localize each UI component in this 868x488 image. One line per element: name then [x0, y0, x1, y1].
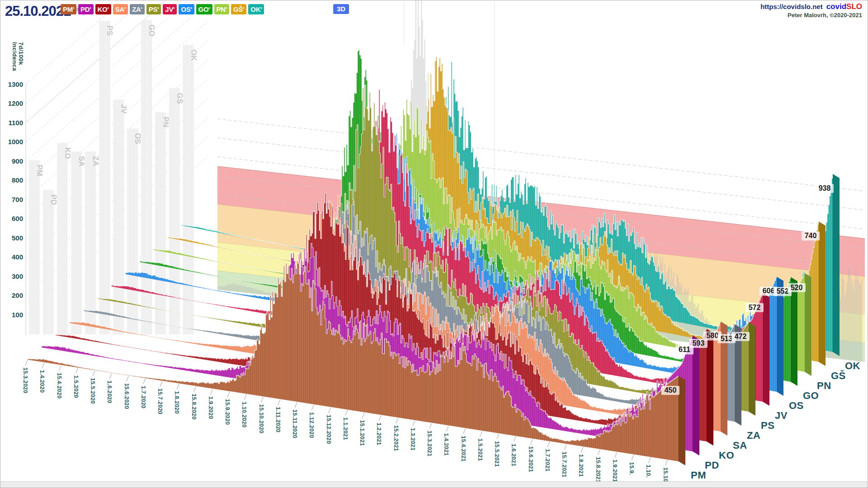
x-tick: [615, 452, 617, 458]
legend-button-JV[interactable]: JV*: [163, 4, 177, 14]
region-label-PM: PM: [691, 469, 706, 481]
covidslo-3d-page: 1002003004005006007008009001000110012001…: [0, 0, 868, 488]
x-tick-label: 15.12.2020: [326, 415, 332, 444]
legend-button-GO[interactable]: GO*: [196, 4, 212, 14]
legend-button-KO[interactable]: KO*: [95, 4, 111, 14]
ghost-bar-label-PD: PD: [49, 194, 58, 205]
x-tick: [227, 392, 230, 397]
x-tick: [25, 360, 28, 366]
x-tick: [311, 405, 314, 410]
y-tick-label: 1100: [8, 119, 23, 127]
region-label-SA: SA: [733, 440, 747, 451]
y-tick-label: 900: [12, 157, 23, 165]
x-tick: [278, 399, 280, 405]
x-tick: [211, 389, 213, 394]
region-label-OK: OK: [845, 360, 860, 371]
author-credit: Peter Malovrh, ©2020-2021: [760, 11, 862, 19]
x-tick-label: 1.11.2020: [275, 407, 281, 432]
ghost-max-bar-GO: [141, 20, 152, 334]
x-tick: [295, 402, 297, 408]
ghost-bar-label-PN: PN: [161, 117, 170, 127]
ghost-bar-label-GO: GO: [147, 24, 156, 36]
x-tick: [329, 408, 331, 413]
y-tick-label: 1000: [8, 138, 23, 145]
chart-canvas[interactable]: 1002003004005006007008009001000110012001…: [0, 0, 868, 488]
x-tick-label: 15.11.2020: [292, 409, 298, 438]
site-url-link[interactable]: https://covidslo.net: [760, 3, 823, 10]
final-value-PM: 450: [665, 386, 677, 394]
x-tick-label: 1.5.2021: [477, 438, 483, 461]
final-value-PS: 472: [735, 333, 747, 340]
y-axis-title-line1: 7d/100k: [18, 42, 24, 65]
final-value-OS: 606: [763, 287, 775, 295]
legend-button-PM[interactable]: PM*: [61, 4, 76, 14]
x-tick: [564, 444, 566, 450]
x-tick: [648, 457, 651, 463]
x-tick: [42, 363, 44, 368]
x-tick: [160, 381, 162, 387]
legend-button-ZA[interactable]: ZA*: [130, 4, 145, 14]
x-tick: [261, 397, 264, 402]
legend-button-SA[interactable]: SA*: [113, 4, 128, 14]
y-tick-label: 200: [12, 291, 23, 299]
ridge-endface-GO: [791, 277, 797, 386]
legend-button-PD[interactable]: PD*: [78, 4, 93, 14]
ridge-endface-PN: [805, 273, 811, 376]
ridge-endface-KO: [707, 329, 713, 446]
x-tick: [194, 386, 196, 392]
x-tick-label: 15.6.2021: [528, 446, 534, 472]
x-tick: [429, 423, 432, 429]
x-tick: [480, 431, 482, 436]
legend-button-OK[interactable]: OK*: [248, 4, 264, 14]
ghost-max-bar-PN: [155, 112, 166, 334]
ghost-bar-label-KO: KO: [63, 147, 72, 159]
x-tick-label: 15.9.: [628, 462, 635, 475]
ghost-bar-label-JV: JV: [119, 104, 128, 114]
y-tick-label: 1300: [8, 80, 23, 88]
y-tick-label: 700: [12, 196, 23, 203]
x-tick-label: 15.7.2021: [561, 451, 567, 477]
region-label-PS: PS: [761, 420, 774, 431]
x-tick-label: 15.7.2020: [157, 389, 163, 414]
y-tick-label: 300: [12, 272, 23, 280]
ridge-endface-PM: [679, 376, 685, 465]
x-tick-label: 1.7.2021: [544, 449, 551, 471]
legend-button-PS[interactable]: PS*: [146, 4, 161, 14]
ghost-max-bar-PM: [29, 160, 40, 334]
final-value-PN: 520: [791, 284, 803, 291]
mode-3d-button[interactable]: 3D: [333, 4, 349, 14]
ghost-max-bar-KO: [57, 143, 68, 334]
x-tick-label: 1.8.2020: [174, 391, 180, 413]
left-wall: 1002003004005006007008009001000110012001…: [8, 0, 208, 335]
y-tick-label: 600: [12, 215, 23, 222]
final-value-GO: 552: [777, 287, 789, 295]
x-tick-label: 15.5.2021: [494, 441, 500, 467]
ghost-bar-label-OS: OS: [133, 133, 142, 144]
site-credits: https://covidslo.netcovidSLO Peter Malov…: [760, 2, 862, 19]
legend-button-OS[interactable]: OS*: [179, 4, 194, 14]
brand-covid: covid: [826, 2, 846, 11]
ridge-endface-PS: [749, 322, 755, 416]
x-tick: [76, 368, 78, 373]
x-tick: [396, 418, 398, 423]
y-tick-label: 800: [12, 176, 23, 184]
x-tick-label: 1.1.2021: [342, 418, 349, 440]
ghost-bar-label-PM: PM: [35, 164, 44, 176]
x-tick-label: 15.3.2020: [22, 367, 28, 393]
region-label-GŠ: GŠ: [831, 370, 846, 381]
x-tick: [497, 434, 499, 439]
x-tick-label: 15.4.2021: [460, 436, 467, 461]
x-tick-label: 15.2.2021: [393, 425, 399, 451]
region-label-ZA: ZA: [747, 430, 760, 441]
ghost-max-bar-ZA: [85, 151, 96, 334]
x-tick-label: 1.12.2020: [308, 412, 315, 438]
x-tick: [345, 410, 348, 416]
ghost-max-bar-JV: [113, 100, 124, 335]
ghost-bar-label-ZA: ZA: [91, 156, 100, 166]
legend-button-PN[interactable]: PN*: [214, 4, 229, 14]
x-tick-label: 1.4.2020: [39, 370, 45, 393]
legend-button-GŠ[interactable]: GŠ*: [231, 4, 246, 14]
x-tick: [93, 371, 95, 376]
final-value-KO: 593: [693, 339, 705, 347]
x-tick-label: 15.5.2020: [90, 378, 96, 404]
